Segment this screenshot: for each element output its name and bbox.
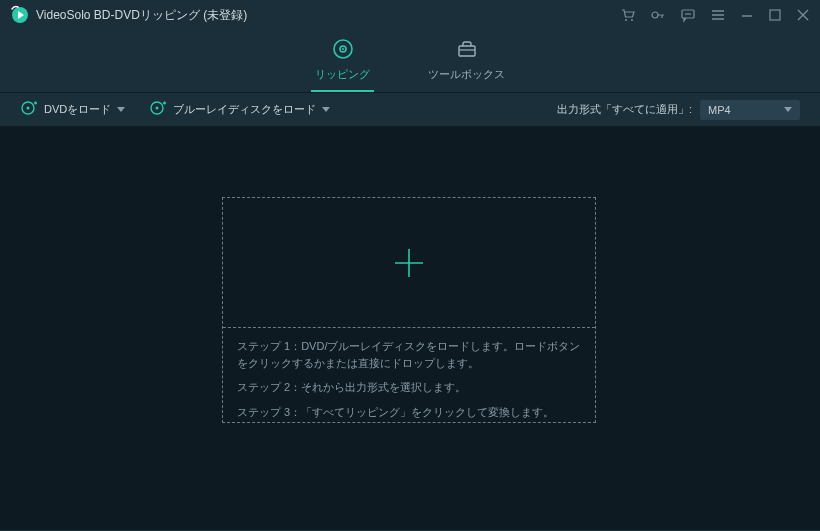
disc-icon: [332, 38, 354, 63]
options-bar: DVDをロード ブルーレイディスクをロード 出力形式「すべてに適用」: MP4: [0, 93, 820, 127]
disc-plus-icon: [20, 99, 38, 120]
chevron-down-icon: [784, 107, 792, 112]
title-bar: VideoSolo BD-DVDリッピング (未登録): [0, 0, 820, 30]
svg-point-3: [652, 12, 658, 18]
toolbox-icon: [456, 38, 478, 63]
load-bd-button[interactable]: ブルーレイディスクをロード: [149, 99, 330, 120]
tab-toolbox[interactable]: ツールボックス: [424, 36, 509, 92]
maximize-icon[interactable]: [768, 8, 782, 22]
load-bd-label: ブルーレイディスクをロード: [173, 102, 316, 117]
main-tabs: リッピング ツールボックス: [0, 30, 820, 93]
step-1-text: ステップ 1：DVD/ブルーレイディスクをロードします。ロードボタンをクリックす…: [237, 338, 581, 371]
load-dvd-button[interactable]: DVDをロード: [20, 99, 125, 120]
tab-ripping-label: リッピング: [315, 67, 370, 82]
svg-point-11: [27, 107, 30, 110]
main-area: ステップ 1：DVD/ブルーレイディスクをロードします。ロードボタンをクリックす…: [0, 127, 820, 530]
key-icon[interactable]: [650, 7, 666, 23]
tab-ripping[interactable]: リッピング: [311, 36, 374, 92]
output-format-label: 出力形式「すべてに適用」:: [557, 102, 692, 117]
feedback-icon[interactable]: [680, 7, 696, 23]
app-title: VideoSolo BD-DVDリッピング (未登録): [36, 7, 247, 24]
minimize-icon[interactable]: [740, 8, 754, 22]
step-2-text: ステップ 2：それから出力形式を選択します。: [237, 379, 581, 396]
app-logo-icon: [10, 5, 30, 25]
tab-toolbox-label: ツールボックス: [428, 67, 505, 82]
svg-point-13: [156, 107, 159, 110]
drop-zone-add[interactable]: [223, 198, 595, 328]
output-format-value: MP4: [708, 104, 731, 116]
menu-icon[interactable]: [710, 7, 726, 23]
drop-zone[interactable]: ステップ 1：DVD/ブルーレイディスクをロードします。ロードボタンをクリックす…: [222, 197, 596, 423]
steps-box: ステップ 1：DVD/ブルーレイディスクをロードします。ロードボタンをクリックす…: [223, 328, 595, 430]
svg-point-1: [625, 19, 627, 21]
load-dvd-label: DVDをロード: [44, 102, 111, 117]
output-format-select[interactable]: MP4: [700, 100, 800, 120]
chevron-down-icon: [322, 107, 330, 112]
cart-icon[interactable]: [620, 7, 636, 23]
step-3-text: ステップ 3：「すべてリッピング」をクリックして変換します。: [237, 404, 581, 421]
svg-point-8: [342, 48, 344, 50]
svg-rect-9: [459, 46, 475, 56]
chevron-down-icon: [117, 107, 125, 112]
plus-icon: [391, 245, 427, 281]
disc-plus-icon: [149, 99, 167, 120]
svg-point-2: [631, 19, 633, 21]
svg-rect-5: [770, 10, 780, 20]
close-icon[interactable]: [796, 8, 810, 22]
